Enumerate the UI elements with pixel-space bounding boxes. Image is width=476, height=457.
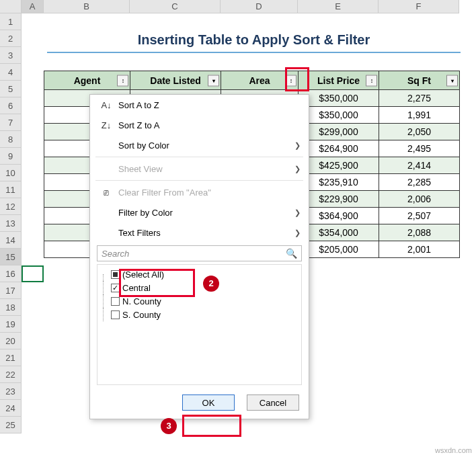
- cell[interactable]: $235,910: [299, 174, 379, 191]
- menu-sort-za-label: Sort Z to A: [118, 120, 159, 130]
- row-25[interactable]: 25: [0, 417, 22, 433]
- checkbox-mixed[interactable]: [111, 270, 120, 279]
- row-20[interactable]: 20: [0, 333, 22, 349]
- row-5[interactable]: 5: [0, 81, 22, 97]
- col-c[interactable]: C: [130, 0, 221, 13]
- cell[interactable]: $354,000: [299, 224, 379, 241]
- filter-value-list[interactable]: (Select All) Central N. County S. County: [97, 264, 302, 385]
- cell[interactable]: $205,000: [299, 241, 379, 258]
- title-underline: [47, 52, 461, 53]
- ok-button[interactable]: OK: [182, 394, 235, 411]
- filter-btn-sqft[interactable]: ▾: [446, 75, 458, 86]
- cell[interactable]: 2,507: [379, 208, 460, 224]
- cell[interactable]: 2,001: [379, 241, 460, 258]
- filter-item-select-all[interactable]: (Select All): [99, 267, 300, 281]
- filter-item-ncounty[interactable]: N. County: [99, 294, 300, 308]
- row-16[interactable]: 16: [0, 265, 22, 282]
- filter-btn-date[interactable]: ▾: [208, 75, 219, 86]
- row-12[interactable]: 12: [0, 198, 22, 215]
- th-price-label: List Price: [317, 75, 360, 86]
- th-date: Date Listed▾: [130, 71, 221, 90]
- row-6[interactable]: 6: [0, 97, 22, 114]
- filter-item-central[interactable]: Central: [99, 281, 300, 294]
- cell[interactable]: 2,006: [379, 191, 460, 208]
- menu-sort-color[interactable]: Sort by Color❯: [90, 135, 309, 155]
- cell[interactable]: $229,900: [299, 191, 379, 208]
- row-7[interactable]: 7: [0, 114, 22, 131]
- row-3[interactable]: 3: [0, 47, 22, 64]
- filter-btn-price[interactable]: ↕: [366, 75, 377, 86]
- col-f[interactable]: F: [379, 0, 459, 13]
- checkbox-unchecked[interactable]: [111, 297, 120, 306]
- row-2[interactable]: 2: [0, 30, 22, 47]
- menu-filter-color-label: Filter by Color: [118, 208, 173, 218]
- cell[interactable]: 1,991: [379, 107, 460, 124]
- row-11[interactable]: 11: [0, 181, 22, 198]
- dropdown-icon: ▾: [451, 77, 454, 83]
- filter-item-label: N. County: [122, 296, 161, 306]
- cell[interactable]: $350,000: [299, 90, 379, 107]
- checkbox-unchecked[interactable]: [111, 310, 120, 319]
- cell[interactable]: 2,275: [379, 90, 460, 107]
- menu-sheet-view-label: Sheet View: [118, 164, 163, 174]
- cell[interactable]: 2,495: [379, 140, 460, 157]
- menu-text-filters-label: Text Filters: [118, 228, 161, 238]
- col-d[interactable]: D: [221, 0, 298, 13]
- sort-za-icon: Z↓: [98, 120, 114, 130]
- row-24[interactable]: 24: [0, 400, 22, 417]
- checkbox-checked[interactable]: [111, 284, 120, 292]
- cell[interactable]: 2,088: [379, 224, 460, 241]
- col-b[interactable]: B: [44, 0, 130, 13]
- cancel-button[interactable]: Cancel: [247, 394, 299, 411]
- filter-search-input[interactable]: [102, 249, 286, 259]
- sort-az-icon: A↓: [98, 100, 114, 110]
- cell[interactable]: $264,900: [299, 140, 379, 157]
- corner-cell[interactable]: [0, 0, 22, 13]
- row-13[interactable]: 13: [0, 215, 22, 232]
- cell[interactable]: $364,900: [299, 208, 379, 224]
- row-1[interactable]: 1: [0, 13, 22, 30]
- col-a[interactable]: A: [22, 0, 44, 13]
- menu-separator: [95, 157, 303, 157]
- row-15[interactable]: 15: [0, 249, 22, 265]
- active-cell-a15[interactable]: [22, 265, 44, 282]
- row-17[interactable]: 17: [0, 282, 22, 299]
- filter-item-scounty[interactable]: S. County: [99, 308, 300, 321]
- col-e[interactable]: E: [298, 0, 379, 13]
- row-22[interactable]: 22: [0, 366, 22, 383]
- menu-filter-color[interactable]: Filter by Color❯: [90, 202, 309, 222]
- menu-clear-filter: ⎚Clear Filter From "Area": [90, 182, 309, 202]
- row-18[interactable]: 18: [0, 299, 22, 316]
- menu-sheet-view: Sheet View❯: [90, 159, 309, 179]
- dialog-buttons: OK Cancel: [90, 389, 309, 419]
- filter-item-label: (Select All): [122, 269, 164, 280]
- th-area-label: Area: [249, 75, 270, 86]
- th-sqft: Sq Ft▾: [379, 71, 460, 90]
- filter-btn-agent[interactable]: ↕: [117, 75, 128, 86]
- row-4[interactable]: 4: [0, 64, 22, 81]
- sort-icon: ↕: [290, 77, 292, 84]
- menu-sort-az-label: Sort A to Z: [118, 100, 159, 110]
- row-21[interactable]: 21: [0, 349, 22, 366]
- menu-sort-az[interactable]: A↓Sort A to Z: [90, 95, 309, 115]
- filter-search[interactable]: 🔍: [97, 245, 302, 261]
- cell[interactable]: 2,050: [379, 124, 460, 140]
- row-10[interactable]: 10: [0, 165, 22, 181]
- menu-sort-za[interactable]: Z↓Sort Z to A: [90, 115, 309, 135]
- row-9[interactable]: 9: [0, 148, 22, 165]
- menu-separator: [95, 180, 303, 181]
- row-19[interactable]: 19: [0, 316, 22, 333]
- menu-text-filters[interactable]: Text Filters❯: [90, 222, 309, 243]
- row-14[interactable]: 14: [0, 232, 22, 249]
- row-headers: 1 2 3 4 5 6 7 8 9 10 11 12 13 14 15 16 1…: [0, 13, 22, 433]
- row-8[interactable]: 8: [0, 131, 22, 148]
- cell[interactable]: $350,000: [299, 107, 379, 124]
- row-23[interactable]: 23: [0, 383, 22, 400]
- cell[interactable]: 2,285: [379, 174, 460, 191]
- page-title: Inserting Table to Apply Sort & Filter: [47, 32, 461, 48]
- filter-btn-area[interactable]: ↕: [285, 75, 296, 86]
- cell[interactable]: $299,000: [299, 124, 379, 140]
- cell[interactable]: 2,414: [379, 157, 460, 174]
- cell[interactable]: $425,900: [299, 157, 379, 174]
- th-price: List Price↕: [299, 71, 379, 90]
